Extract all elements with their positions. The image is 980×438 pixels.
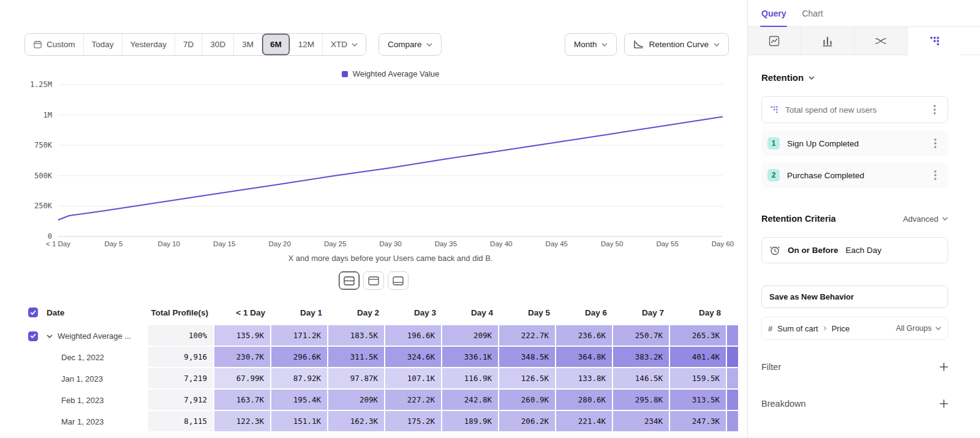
view-toggle-rows[interactable]	[339, 271, 360, 290]
retention-cell[interactable]: 383.2K	[613, 347, 670, 368]
retention-cell[interactable]: 146.5K	[613, 368, 670, 390]
retention-cell[interactable]: 87.92K	[271, 368, 328, 390]
row-checkbox[interactable]	[28, 331, 38, 341]
step-row-1[interactable]: 1Sign Up Completed	[761, 130, 948, 156]
view-toggle-footer[interactable]	[388, 271, 409, 290]
range-3m[interactable]: 3M	[234, 34, 262, 55]
retention-cell[interactable]: 133.8K	[556, 368, 613, 390]
retention-cell[interactable]: 295.8K	[613, 390, 670, 411]
retention-cell[interactable]: 348.5K	[499, 347, 556, 368]
retention-cell[interactable]: 206.2K	[499, 411, 556, 432]
chart-type-dropdown[interactable]: Retention Curve	[624, 33, 729, 56]
compare-dropdown[interactable]: Compare	[379, 33, 442, 56]
retention-cell[interactable]: 230.7K	[214, 347, 271, 368]
retention-cell[interactable]: 236.6K	[556, 325, 613, 347]
retention-cell[interactable]: 250.7K	[613, 325, 670, 347]
range-xtd[interactable]: XTD	[323, 34, 366, 55]
column-header[interactable]: Day 1	[271, 308, 328, 317]
advanced-dropdown[interactable]: Advanced	[903, 214, 948, 224]
retention-cell[interactable]: 280.6K	[556, 390, 613, 411]
behavior-menu-button[interactable]	[929, 102, 940, 117]
x-tick-label: Day 40	[490, 240, 512, 247]
retention-cell[interactable]: 183.5K	[328, 325, 385, 347]
range-yesterday[interactable]: Yesterday	[123, 34, 176, 55]
range-12m[interactable]: 12M	[290, 34, 323, 55]
range-7d[interactable]: 7D	[175, 34, 202, 55]
retention-section-header[interactable]: Retention	[761, 72, 948, 83]
report-tab-flows[interactable]	[854, 27, 908, 55]
retention-cell[interactable]: 195.4K	[271, 390, 328, 411]
column-header[interactable]: Day 4	[442, 308, 499, 317]
retention-cell[interactable]: 324.6K	[385, 347, 442, 368]
retention-cell[interactable]: 189.9K	[442, 411, 499, 432]
column-header[interactable]: Day 8	[670, 308, 727, 317]
retention-cell[interactable]: 209K	[442, 325, 499, 347]
retention-cell[interactable]: 221.4K	[556, 411, 613, 432]
column-header[interactable]: Day 3	[385, 308, 442, 317]
row-date-label: Mar 1, 2023	[61, 417, 104, 426]
column-header[interactable]: Day 7	[613, 308, 670, 317]
report-tab-insights[interactable]	[748, 27, 801, 55]
range-custom[interactable]: Custom	[25, 34, 84, 55]
retention-cell[interactable]: 364.8K	[556, 347, 613, 368]
retention-cell[interactable]: 234K	[613, 411, 670, 432]
step-menu-button[interactable]	[930, 168, 941, 183]
step-number-badge: 2	[767, 169, 780, 181]
retention-cell[interactable]: 222.7K	[499, 325, 556, 347]
retention-cell[interactable]: 159.5K	[670, 368, 727, 390]
retention-cell[interactable]: 265.3K	[670, 325, 727, 347]
retention-cell[interactable]: 227.2K	[385, 390, 442, 411]
select-all-checkbox[interactable]	[28, 308, 38, 317]
retention-cell[interactable]: 116.9K	[442, 368, 499, 390]
retention-cell[interactable]: 163.7K	[214, 390, 271, 411]
criteria-row[interactable]: On or Before Each Day	[761, 237, 948, 263]
retention-cell[interactable]: 336.1K	[442, 347, 499, 368]
report-tab-funnels[interactable]	[801, 27, 854, 55]
retention-cell[interactable]: 196.6K	[385, 325, 442, 347]
column-header[interactable]: Day 2	[328, 308, 385, 317]
retention-cell[interactable]: 126.5K	[499, 368, 556, 390]
tab-query[interactable]: Query	[761, 0, 786, 26]
report-tab-retention[interactable]	[908, 27, 961, 55]
retention-cell[interactable]: 242.8K	[442, 390, 499, 411]
table-row: Jan 1, 20237,21967.99K87.92K97.87K107.1K…	[0, 368, 747, 390]
retention-cell[interactable]: 209K	[328, 390, 385, 411]
granularity-dropdown[interactable]: Month	[565, 33, 617, 56]
range-6m[interactable]: 6M	[262, 34, 290, 55]
row-date[interactable]: Weighted Average ...	[40, 325, 148, 347]
retention-cell[interactable]: 313.5K	[670, 390, 727, 411]
retention-cell[interactable]: 97.87K	[328, 368, 385, 390]
column-header-date[interactable]: Date	[40, 308, 148, 317]
measure-row[interactable]: # Sum of cart Price All Groups	[761, 317, 948, 340]
column-header[interactable]: Total Profile(s)	[148, 308, 214, 317]
view-toggle-header[interactable]	[363, 271, 384, 290]
retention-cell[interactable]: 122.3K	[214, 411, 271, 432]
range-30d[interactable]: 30D	[202, 34, 234, 55]
column-header[interactable]: < 1 Day	[214, 308, 271, 317]
add-filter-button[interactable]	[940, 363, 948, 371]
retention-cell[interactable]: 67.99K	[214, 368, 271, 390]
retention-cell[interactable]: 162.3K	[328, 411, 385, 432]
behavior-card[interactable]: Total spend of new users	[761, 96, 948, 123]
retention-cell[interactable]: 135.9K	[214, 325, 271, 347]
flows-icon	[875, 35, 887, 47]
retention-cell[interactable]: 296.6K	[271, 347, 328, 368]
retention-cell[interactable]: 311.5K	[328, 347, 385, 368]
tab-chart[interactable]: Chart	[802, 0, 823, 26]
retention-cell[interactable]: 171.2K	[271, 325, 328, 347]
save-behavior-button[interactable]: Save as New Behavior	[761, 285, 948, 308]
retention-cell[interactable]: 401.4K	[670, 347, 727, 368]
range-today[interactable]: Today	[84, 34, 123, 55]
add-breakdown-button[interactable]	[940, 399, 948, 408]
column-header[interactable]: Day 5	[499, 308, 556, 317]
retention-cell[interactable]: 151.1K	[271, 411, 328, 432]
retention-cell[interactable]: 247.3K	[670, 411, 727, 432]
step-row-2[interactable]: 2Purchase Completed	[761, 162, 948, 188]
retention-cell[interactable]: 260.9K	[499, 390, 556, 411]
groups-dropdown[interactable]: All Groups	[896, 324, 941, 333]
retention-cell[interactable]: 175.2K	[385, 411, 442, 432]
retention-cell[interactable]: 107.1K	[385, 368, 442, 390]
column-header[interactable]: Day 6	[556, 308, 613, 317]
step-menu-button[interactable]	[930, 136, 941, 151]
x-tick-label: Day 5	[104, 240, 123, 247]
